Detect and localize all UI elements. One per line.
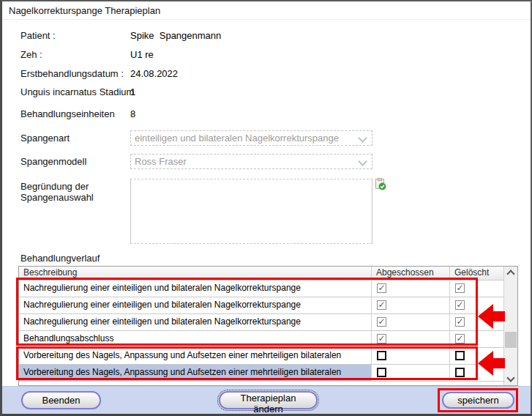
column-header-abgeschossen[interactable]: Abgeschossen — [372, 267, 450, 280]
table-row[interactable]: Behandlungsabschluss✓✓ — [19, 331, 504, 348]
begruendung-textarea[interactable] — [130, 179, 372, 244]
abgeschossen-checkbox-cell: ✓ — [372, 314, 450, 330]
geloescht-checkbox-cell: ✓ — [450, 314, 504, 330]
abgeschossen-checkbox[interactable]: ✓ — [377, 317, 386, 327]
row-description[interactable]: Nachregulierung einer einteiligen und bi… — [19, 297, 372, 313]
scrollbar-thumb[interactable] — [505, 332, 517, 348]
spangenart-label: Spangenart — [20, 133, 70, 144]
therapieplan-aendern-button[interactable]: Therapieplan ändern — [219, 391, 318, 409]
scroll-up-button[interactable] — [504, 267, 517, 279]
dialog-nagelkorrekturspange-therapieplan: Nagelkorrekturspange Therapieplan Patien… — [0, 0, 532, 416]
zeh-label: Zeh : — [20, 49, 42, 60]
unguis-stadium-label: Unguis incarnatus Stadium — [20, 86, 134, 97]
spangenart-selected-value: einteiligen und bilateralen Nagelkorrekt… — [135, 133, 339, 144]
table-row[interactable]: Nachregulierung einer einteiligen und bi… — [19, 297, 504, 314]
abgeschossen-checkbox[interactable]: ✓ — [377, 300, 386, 310]
behandlungseinheiten-value: 8 — [130, 108, 135, 119]
abgeschossen-checkbox-cell — [372, 348, 450, 364]
geloescht-checkbox[interactable]: ✓ — [455, 334, 465, 343]
row-description[interactable]: Nachregulierung einer einteiligen und bi… — [19, 314, 372, 330]
dialog-title: Nagelkorrekturspange Therapieplan — [9, 5, 160, 16]
column-header-beschreibung[interactable]: Beschreibung — [19, 267, 372, 280]
scroll-down-button[interactable] — [504, 373, 517, 385]
patient-value: Spike Spangenmann — [130, 30, 221, 41]
abgeschossen-checkbox-cell: ✓ — [372, 297, 450, 313]
abgeschossen-checkbox[interactable]: ✓ — [377, 334, 386, 343]
unguis-stadium-value: 1 — [130, 86, 135, 97]
zeh-value: U1 re — [130, 49, 154, 60]
geloescht-checkbox[interactable]: ✓ — [455, 317, 465, 327]
column-header-geloescht[interactable]: Gelöscht — [450, 267, 504, 280]
geloescht-checkbox-cell: ✓ — [450, 297, 504, 313]
abgeschossen-checkbox[interactable] — [377, 351, 386, 360]
geloescht-checkbox[interactable]: ✓ — [455, 283, 465, 293]
table-row[interactable]: Vorbereitung des Nagels, Anpassung und A… — [19, 348, 504, 365]
clipboard-check-icon — [374, 178, 386, 193]
row-description[interactable]: Nachregulierung einer einteiligen und bi… — [19, 281, 372, 297]
abgeschossen-checkbox-cell: ✓ — [372, 331, 450, 347]
geloescht-checkbox[interactable]: ✓ — [455, 300, 465, 310]
erstbehandlungsdatum-value: 24.08.2022 — [130, 68, 178, 79]
begruendung-label: Begründung der Spangenauswahl — [20, 181, 105, 203]
geloescht-checkbox-cell: ✓ — [450, 331, 504, 347]
table-row[interactable]: Vorbereitung des Nagels, Anpassung und A… — [19, 365, 504, 382]
spangenmodell-label: Spangenmodell — [20, 156, 86, 167]
table-row[interactable]: Nachregulierung einer einteiligen und bi… — [19, 314, 504, 331]
row-description[interactable]: Vorbereitung des Nagels, Anpassung und A… — [19, 365, 372, 381]
geloescht-checkbox-cell: ✓ — [450, 281, 504, 297]
chevron-down-icon — [506, 374, 514, 382]
row-description[interactable]: Behandlungsabschluss — [19, 331, 372, 347]
table-row[interactable]: Nachregulierung einer einteiligen und bi… — [19, 281, 504, 297]
geloescht-checkbox-cell — [450, 348, 504, 364]
abgeschossen-checkbox-cell — [372, 365, 450, 381]
spangenmodell-dropdown[interactable]: Ross Fraser — [130, 154, 372, 169]
patient-label: Patient : — [20, 30, 56, 41]
erstbehandlungsdatum-label: Erstbehandlungsdatum : — [20, 68, 124, 79]
speichern-button[interactable]: speichern — [442, 392, 514, 409]
chevron-up-icon — [506, 270, 514, 278]
spangenmodell-selected-value: Ross Fraser — [135, 156, 187, 167]
vertical-scrollbar[interactable] — [503, 267, 517, 385]
spangenart-dropdown[interactable]: einteiligen und bilateralen Nagelkorrekt… — [130, 130, 372, 146]
title-separator — [2, 19, 531, 20]
beenden-button[interactable]: Beenden — [21, 391, 101, 409]
geloescht-checkbox[interactable] — [455, 368, 465, 377]
table-header-row: Beschreibung Abgeschossen Gelöscht — [19, 267, 504, 281]
abgeschossen-checkbox[interactable]: ✓ — [377, 283, 386, 293]
row-description[interactable]: Vorbereitung des Nagels, Anpassung und A… — [19, 348, 372, 364]
behandlungsverlauf-table: Beschreibung Abgeschossen Gelöscht Nachr… — [18, 266, 518, 386]
behandlungsverlauf-section-label: Behandlungverlauf — [20, 253, 100, 264]
geloescht-checkbox-cell — [450, 365, 504, 381]
behandlungseinheiten-label: Behandlungseinheiten — [20, 108, 115, 119]
chevron-down-icon — [358, 157, 367, 166]
abgeschossen-checkbox[interactable] — [377, 368, 386, 377]
bottom-button-bar: Beenden Therapieplan ändern speichern — [2, 386, 531, 414]
chevron-down-icon — [358, 133, 367, 143]
geloescht-checkbox[interactable] — [455, 351, 465, 360]
abgeschossen-checkbox-cell: ✓ — [372, 281, 450, 297]
